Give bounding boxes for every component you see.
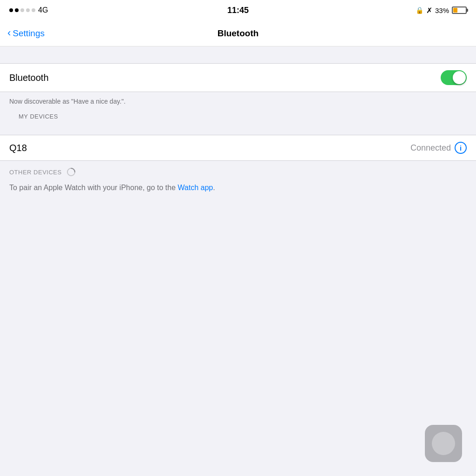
signal-dot-5 — [32, 8, 35, 12]
other-devices-label: OTHER DEVICES — [9, 169, 62, 176]
info-icon: i — [460, 144, 462, 152]
bluetooth-toggle[interactable] — [441, 70, 467, 85]
discoverable-text: Now discoverable as "Have a nice day.". — [9, 97, 467, 106]
content: Bluetooth Now discoverable as "Have a ni… — [0, 46, 476, 203]
signal-dots — [9, 8, 35, 12]
toggle-thumb — [453, 71, 466, 84]
back-label: Settings — [13, 28, 45, 39]
info-section: Now discoverable as "Have a nice day.". … — [0, 92, 476, 135]
other-devices-header-row: OTHER DEVICES — [0, 161, 476, 180]
watch-app-text: To pair an Apple Watch with your iPhone,… — [0, 180, 476, 203]
watch-text-before: To pair an Apple Watch with your iPhone,… — [9, 184, 178, 192]
loading-spinner — [66, 167, 76, 177]
battery-container — [452, 7, 467, 14]
signal-dot-1 — [9, 8, 13, 12]
status-bar: 4G 11:45 🔒 ✗ 33% — [0, 0, 476, 20]
home-button-inner — [432, 432, 455, 455]
my-devices-header: MY DEVICES — [9, 106, 467, 124]
battery-percent: 33% — [435, 7, 449, 14]
bluetooth-label: Bluetooth — [9, 73, 49, 83]
battery-body — [452, 7, 467, 14]
top-spacer — [0, 46, 476, 63]
device-name: Q18 — [9, 143, 27, 153]
watch-text-after: . — [213, 184, 215, 192]
spinner-svg — [66, 167, 76, 177]
signal-dot-3 — [20, 8, 24, 12]
device-row: Q18 Connected i — [0, 135, 476, 161]
lock-icon: 🔒 — [416, 7, 423, 14]
home-area — [425, 425, 462, 462]
nav-bar: ‹ Settings Bluetooth — [0, 20, 476, 46]
status-time: 11:45 — [227, 6, 249, 15]
page-title: Bluetooth — [218, 28, 259, 39]
bluetooth-row: Bluetooth — [0, 64, 476, 92]
home-button[interactable] — [425, 425, 462, 462]
bluetooth-status-icon: ✗ — [426, 6, 432, 15]
status-right: 🔒 ✗ 33% — [416, 6, 467, 15]
network-type: 4G — [38, 6, 48, 14]
back-chevron-icon: ‹ — [7, 28, 11, 38]
signal-dot-4 — [26, 8, 30, 12]
back-button[interactable]: ‹ Settings — [7, 28, 45, 39]
status-left: 4G — [9, 6, 48, 14]
battery-fill — [453, 8, 457, 13]
watch-app-link[interactable]: Watch app — [178, 184, 213, 192]
device-info-button[interactable]: i — [455, 142, 467, 154]
device-status-row: Connected i — [410, 142, 467, 154]
signal-dot-2 — [15, 8, 19, 12]
other-devices-section: OTHER DEVICES To pair an Apple Watch wit… — [0, 161, 476, 203]
bluetooth-card: Bluetooth — [0, 63, 476, 92]
connected-status: Connected — [410, 143, 451, 153]
